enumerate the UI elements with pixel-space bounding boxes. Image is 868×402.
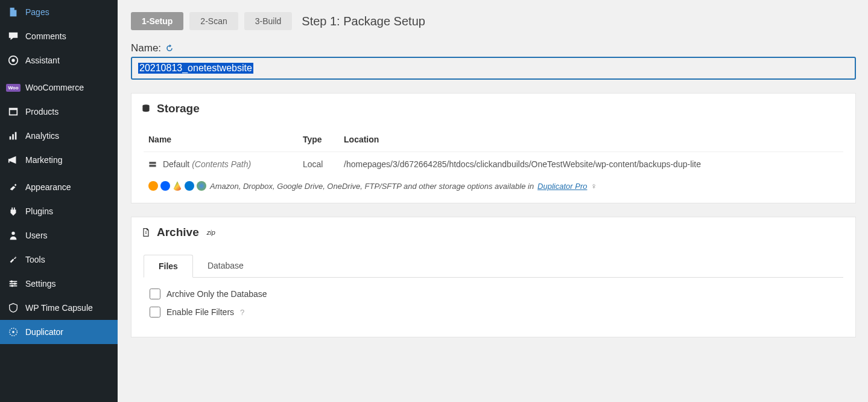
enable-filters-checkbox[interactable] <box>150 307 160 317</box>
opt-archive-only-db[interactable]: Archive Only the Database <box>150 289 837 299</box>
sidebar-label: Appearance <box>25 182 71 192</box>
dropbox-icon <box>160 181 170 191</box>
archive-title: Archive <box>157 226 199 239</box>
svg-rect-4 <box>10 136 11 139</box>
storage-panel-header[interactable]: Storage <box>131 94 855 121</box>
hint-icon[interactable]: ♀ <box>591 181 597 191</box>
sidebar-label: Comments <box>25 31 66 41</box>
sidebar-item-wp-time-capsule[interactable]: WP Time Capsule <box>0 296 118 320</box>
opt-enable-file-filters[interactable]: Enable File Filters ? <box>150 307 837 317</box>
sidebar-item-assistant[interactable]: Assistant <box>0 48 118 72</box>
reset-icon[interactable] <box>165 43 174 53</box>
analytics-icon <box>7 130 19 142</box>
name-label: Name: <box>131 42 161 54</box>
archive-options: Archive Only the Database Enable File Fi… <box>144 278 843 317</box>
sidebar-item-duplicator[interactable]: Duplicator <box>0 320 118 344</box>
sidebar-item-marketing[interactable]: Marketing <box>0 148 118 172</box>
sidebar-label: Duplicator <box>25 327 63 337</box>
help-icon[interactable]: ? <box>240 308 244 317</box>
sidebar-label: Analytics <box>25 131 59 141</box>
archive-panel-header[interactable]: Archive zip <box>131 217 855 245</box>
sidebar-label: Settings <box>25 279 56 289</box>
step-tab-setup[interactable]: 1-Setup <box>131 12 183 30</box>
appearance-icon <box>7 181 19 193</box>
tools-icon <box>7 254 19 266</box>
svg-point-1 <box>11 59 14 62</box>
storage-name: Default <box>163 159 189 169</box>
svg-rect-3 <box>10 109 17 110</box>
storage-note: Amazon, Dropbox, Google Drive, OneDrive,… <box>144 176 843 191</box>
archive-only-db-checkbox[interactable] <box>150 289 160 299</box>
sidebar-item-users[interactable]: Users <box>0 223 118 247</box>
svg-rect-20 <box>145 233 147 234</box>
col-type: Type <box>298 127 339 152</box>
server-icon <box>148 161 157 169</box>
sidebar-label: Assistant <box>25 56 60 65</box>
svg-point-15 <box>12 331 14 333</box>
sidebar-label: Tools <box>25 255 45 264</box>
archive-tab-files[interactable]: Files <box>144 255 193 278</box>
svg-point-12 <box>14 282 16 285</box>
shield-icon <box>7 302 19 314</box>
sidebar-label: Marketing <box>25 155 62 165</box>
table-row: Default (Contents Path) Local /homepages… <box>144 152 843 177</box>
opt-label: Enable File Filters <box>166 307 234 317</box>
col-location: Location <box>339 127 843 152</box>
sidebar-item-woocommerce[interactable]: Woo WooCommerce <box>0 75 118 100</box>
sidebar-label: Plugins <box>25 206 53 216</box>
archive-format: zip <box>207 229 215 236</box>
step-tab-build[interactable]: 3-Build <box>244 12 293 30</box>
opt-label: Archive Only the Database <box>166 289 267 299</box>
archive-tab-database[interactable]: Database <box>193 255 258 277</box>
svg-rect-6 <box>15 132 17 140</box>
users-icon <box>7 229 19 241</box>
storage-name-secondary: (Contents Path) <box>192 159 251 169</box>
svg-point-7 <box>11 232 14 235</box>
assistant-icon <box>7 54 19 66</box>
ftp-icon <box>197 181 206 191</box>
settings-icon <box>7 278 19 290</box>
wp-admin-sidebar: Pages Comments Assistant Woo WooCommerce… <box>0 0 118 402</box>
sidebar-item-comments[interactable]: Comments <box>0 24 118 48</box>
sidebar-item-appearance[interactable]: Appearance <box>0 175 118 199</box>
google-drive-icon <box>173 181 182 191</box>
svg-rect-19 <box>145 232 147 233</box>
products-icon <box>7 106 19 118</box>
duplicator-icon <box>7 326 19 338</box>
storage-note-text: Amazon, Dropbox, Google Drive, OneDrive,… <box>210 182 534 191</box>
sidebar-item-plugins[interactable]: Plugins <box>0 199 118 223</box>
marketing-icon <box>7 154 19 166</box>
woocommerce-icon: Woo <box>7 81 19 94</box>
archive-panel: Archive zip Files Database Archive Only … <box>131 217 856 337</box>
sidebar-item-analytics[interactable]: Analytics <box>0 124 118 148</box>
sidebar-item-products[interactable]: Products <box>0 100 118 124</box>
sidebar-item-pages[interactable]: Pages <box>0 0 118 24</box>
sidebar-label: WP Time Capsule <box>25 303 93 313</box>
storage-type: Local <box>298 152 339 177</box>
sidebar-label: WooCommerce <box>25 83 84 92</box>
amazon-icon <box>148 181 158 191</box>
main-content: 1-Setup 2-Scan 3-Build Step 1: Package S… <box>118 0 868 402</box>
storage-table: Name Type Location Default (Contents Pat… <box>144 127 843 176</box>
sidebar-label: Products <box>25 107 59 116</box>
sidebar-label: Users <box>25 231 48 240</box>
svg-point-13 <box>11 285 13 287</box>
step-title: Step 1: Package Setup <box>302 14 425 28</box>
archive-tabs: Files Database <box>144 255 843 278</box>
svg-point-11 <box>11 281 13 283</box>
sidebar-label: Pages <box>25 7 49 17</box>
step-tab-scan[interactable]: 2-Scan <box>189 12 238 30</box>
sidebar-item-settings[interactable]: Settings <box>0 272 118 296</box>
comments-icon <box>7 30 19 42</box>
database-icon <box>141 104 151 113</box>
storage-location: /homepages/3/d672664285/htdocs/clickandb… <box>339 152 843 177</box>
cloud-provider-icons <box>148 181 206 191</box>
storage-panel: Storage Name Type Location <box>131 93 856 203</box>
svg-rect-18 <box>149 165 156 167</box>
onedrive-icon <box>185 181 194 191</box>
svg-rect-5 <box>12 134 14 139</box>
duplicator-pro-link[interactable]: Duplicator Pro <box>537 182 587 191</box>
archive-icon <box>141 228 151 237</box>
sidebar-item-tools[interactable]: Tools <box>0 247 118 272</box>
package-name-input[interactable]: 20210813_onetestwebsite <box>131 57 856 80</box>
